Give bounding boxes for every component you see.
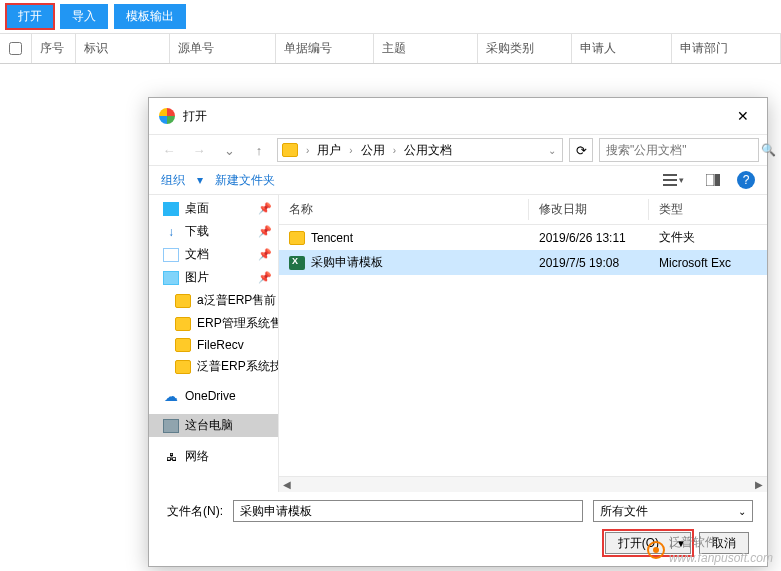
dialog-app-icon: [159, 108, 175, 124]
template-export-button[interactable]: 模板输出: [114, 4, 186, 29]
breadcrumb-item-public[interactable]: 公用: [357, 140, 389, 161]
col-name[interactable]: 名称: [279, 199, 529, 220]
pin-icon: 📌: [258, 248, 272, 261]
col-dept[interactable]: 申请部门: [672, 34, 781, 63]
pc-icon: [163, 419, 179, 433]
file-area: 名称 修改日期 类型 Tencent2019/6/26 13:11文件夹采购申请…: [279, 195, 767, 492]
download-icon: [163, 225, 179, 239]
tree-item-label: 网络: [185, 448, 272, 465]
scroll-right-icon[interactable]: ▶: [751, 477, 767, 493]
tree-item[interactable]: 文档📌: [149, 243, 278, 266]
watermark-url: www.fanpusoft.com: [669, 551, 773, 565]
svg-rect-3: [706, 174, 714, 186]
tree-item[interactable]: 图片📌: [149, 266, 278, 289]
file-list[interactable]: Tencent2019/6/26 13:11文件夹采购申请模板2019/7/5 …: [279, 225, 767, 476]
select-all-checkbox[interactable]: [9, 42, 22, 55]
file-name: Tencent: [311, 231, 353, 245]
tree-item[interactable]: 网络: [149, 445, 278, 468]
file-list-header: 名称 修改日期 类型: [279, 195, 767, 225]
open-button[interactable]: 打开: [6, 4, 54, 29]
col-category[interactable]: 采购类别: [478, 34, 572, 63]
col-applicant[interactable]: 申请人: [572, 34, 672, 63]
preview-pane-icon[interactable]: [701, 171, 725, 189]
chevron-down-icon: ⌄: [738, 506, 746, 517]
file-row[interactable]: 采购申请模板2019/7/5 19:08Microsoft Exc: [279, 250, 767, 275]
tree-item-label: 桌面: [185, 200, 252, 217]
col-docno[interactable]: 单据编号: [276, 34, 374, 63]
col-source[interactable]: 源单号: [170, 34, 276, 63]
close-icon[interactable]: ✕: [729, 106, 757, 126]
tree-item[interactable]: ERP管理系统售: [149, 312, 278, 335]
horizontal-scrollbar[interactable]: ◀ ▶: [279, 476, 767, 492]
file-type: 文件夹: [649, 228, 767, 247]
tree-item[interactable]: 下载📌: [149, 220, 278, 243]
organize-dropdown-icon[interactable]: ▾: [197, 173, 203, 187]
file-open-dialog: 打开 ✕ ← → ⌄ ↑ › 用户 › 公用 › 公用文档 ⌄ ⟳ 🔍 组织 ▾…: [148, 97, 768, 567]
tree-item-label: 下载: [185, 223, 252, 240]
folder-icon: [289, 231, 305, 245]
import-button[interactable]: 导入: [60, 4, 108, 29]
filename-input[interactable]: [233, 500, 583, 522]
main-toolbar: 打开 导入 模板输出: [0, 0, 781, 34]
tree-item[interactable]: 这台电脑: [149, 414, 278, 437]
col-subject[interactable]: 主题: [374, 34, 478, 63]
folder-icon: [175, 317, 191, 331]
file-date: 2019/7/5 19:08: [529, 255, 649, 271]
search-input[interactable]: [606, 143, 756, 157]
dialog-body: 桌面📌下载📌文档📌图片📌a泛普ERP售前ERP管理系统售FileRecv泛普ER…: [149, 195, 767, 492]
dialog-nav: ← → ⌄ ↑ › 用户 › 公用 › 公用文档 ⌄ ⟳ 🔍: [149, 134, 767, 166]
file-type: Microsoft Exc: [649, 255, 767, 271]
chevron-right-icon[interactable]: ›: [391, 145, 398, 156]
tree-item-label: a泛普ERP售前: [197, 292, 276, 309]
tree-item[interactable]: 泛普ERP系统技: [149, 355, 278, 378]
dialog-title-text: 打开: [183, 108, 207, 125]
tree-item[interactable]: 桌面📌: [149, 197, 278, 220]
tree-item-label: OneDrive: [185, 389, 272, 403]
col-date[interactable]: 修改日期: [529, 199, 649, 220]
tree-item-label: 这台电脑: [185, 417, 272, 434]
svg-rect-1: [663, 179, 677, 181]
breadcrumb[interactable]: › 用户 › 公用 › 公用文档 ⌄: [277, 138, 563, 162]
chevron-right-icon[interactable]: ›: [304, 145, 311, 156]
breadcrumb-item-users[interactable]: 用户: [313, 140, 345, 161]
tree-item-label: 泛普ERP系统技: [197, 358, 279, 375]
help-icon[interactable]: ?: [737, 171, 755, 189]
breadcrumb-folder-icon: [282, 143, 298, 157]
scroll-left-icon[interactable]: ◀: [279, 477, 295, 493]
nav-up-icon[interactable]: ↑: [247, 138, 271, 162]
folder-icon: [175, 294, 191, 308]
folder-icon: [175, 338, 191, 352]
col-type[interactable]: 类型: [649, 199, 767, 220]
dialog-toolbar: 组织 ▾ 新建文件夹 ▾ ?: [149, 166, 767, 195]
refresh-icon[interactable]: ⟳: [569, 138, 593, 162]
tree-item[interactable]: a泛普ERP售前: [149, 289, 278, 312]
tree-item-label: FileRecv: [197, 338, 272, 352]
organize-button[interactable]: 组织: [161, 172, 185, 189]
nav-forward-icon[interactable]: →: [187, 138, 211, 162]
chevron-right-icon[interactable]: ›: [347, 145, 354, 156]
tree-item[interactable]: FileRecv: [149, 335, 278, 355]
doc-icon: [163, 248, 179, 262]
desktop-icon: [163, 202, 179, 216]
folder-icon: [175, 360, 191, 374]
watermark-logo-icon: [647, 541, 665, 559]
net-icon: [163, 450, 179, 464]
search-icon[interactable]: 🔍: [761, 143, 776, 157]
view-details-icon[interactable]: ▾: [658, 171, 689, 189]
svg-rect-0: [663, 174, 677, 176]
col-seq[interactable]: 序号: [32, 34, 76, 63]
svg-rect-2: [663, 184, 677, 186]
folder-tree[interactable]: 桌面📌下载📌文档📌图片📌a泛普ERP售前ERP管理系统售FileRecv泛普ER…: [149, 195, 279, 492]
file-filter-value: 所有文件: [600, 503, 648, 520]
tree-item[interactable]: OneDrive: [149, 386, 278, 406]
breadcrumb-item-pubdocs[interactable]: 公用文档: [400, 140, 456, 161]
watermark-brand: 泛普软件: [669, 535, 717, 549]
chevron-down-icon[interactable]: ⌄: [546, 145, 558, 156]
nav-history-dropdown-icon[interactable]: ⌄: [217, 138, 241, 162]
col-id[interactable]: 标识: [76, 34, 170, 63]
new-folder-button[interactable]: 新建文件夹: [215, 172, 275, 189]
file-filter-select[interactable]: 所有文件 ⌄: [593, 500, 753, 522]
dialog-titlebar[interactable]: 打开 ✕: [149, 98, 767, 134]
nav-back-icon[interactable]: ←: [157, 138, 181, 162]
file-row[interactable]: Tencent2019/6/26 13:11文件夹: [279, 225, 767, 250]
